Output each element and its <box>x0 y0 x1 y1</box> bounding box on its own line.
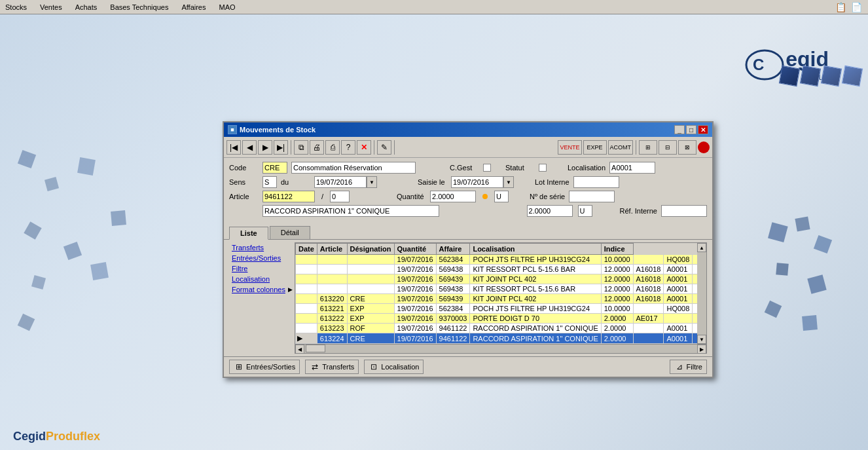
menu-achats[interactable]: Achats <box>73 2 100 12</box>
close2-button[interactable]: ✕ <box>357 140 371 155</box>
nav-next-button[interactable]: ▶ <box>258 140 272 155</box>
row-quantite-cell: 2.0000 <box>601 324 633 333</box>
menu-ventes[interactable]: Ventes <box>37 2 65 12</box>
no-serie-input[interactable] <box>569 191 615 202</box>
btn-a2[interactable]: ⊟ <box>659 140 677 155</box>
quantite-input[interactable] <box>430 191 476 202</box>
row-designation-cell: RACCORD ASPIRATION 1" CONIQUE <box>470 333 601 344</box>
nav-first-button[interactable]: |◀ <box>226 140 241 155</box>
svg-text:C: C <box>753 56 764 73</box>
menu-affaires[interactable]: Affaires <box>179 2 208 12</box>
left-panel-entrees-sorties[interactable]: Entrées/Sorties <box>229 253 295 263</box>
article-input[interactable] <box>262 191 315 202</box>
btn-a3[interactable]: ⊠ <box>678 140 696 155</box>
btn-a1[interactable]: ⊞ <box>639 140 657 155</box>
saisie-le-picker[interactable]: ▼ <box>503 176 514 188</box>
icon-copy[interactable]: 📋 <box>834 1 847 13</box>
row-quantite-cell: 2.0000 <box>601 314 633 324</box>
du-date-picker[interactable]: ▼ <box>367 176 377 188</box>
scroll-up-btn[interactable]: ▲ <box>697 243 706 252</box>
unit-input[interactable] <box>494 191 509 202</box>
left-panel-format[interactable]: Format colonnes ▶ <box>229 284 295 295</box>
table-row[interactable]: 613221EXP19/07/2016562384POCH JTS FILTRE… <box>296 304 698 314</box>
table-row[interactable]: 613222EXP19/07/20169370003PORTE DOIGT D … <box>296 314 698 324</box>
print-button[interactable]: 🖨 <box>310 140 324 155</box>
left-panel-transferts[interactable]: Transferts <box>229 242 295 253</box>
table-row[interactable]: 19/07/2016569438KIT RESSORT PCL 5-15.6 B… <box>296 265 698 274</box>
lot-interne-input[interactable] <box>573 176 619 188</box>
cube-decoration-2 <box>13 145 144 343</box>
svg-rect-5 <box>776 263 789 276</box>
unit2-input[interactable] <box>578 205 592 217</box>
tab-liste[interactable]: Liste <box>229 227 268 240</box>
bottom-filtre-btn[interactable]: ⊿ Filtre <box>670 360 707 374</box>
article-sub-input[interactable] <box>330 191 350 202</box>
scroll-track-v[interactable] <box>697 252 706 335</box>
table-row[interactable]: 19/07/2016569439KIT JOINT PCL 40212.0000… <box>296 274 698 284</box>
top-right-icons: 📋 📄 <box>834 1 863 13</box>
row-num-cell: 613221 <box>317 304 347 314</box>
du-date-input[interactable] <box>314 176 367 188</box>
horizontal-scrollbar[interactable]: ◀ ▶ <box>295 344 706 353</box>
edit-button[interactable]: ✎ <box>377 140 391 155</box>
nav-prev-button[interactable]: ◀ <box>242 140 257 155</box>
description-input[interactable] <box>291 162 416 174</box>
row-num-cell: 613223 <box>317 324 347 333</box>
separator-3 <box>394 140 395 155</box>
close-button[interactable]: ✕ <box>698 125 708 134</box>
tab-detail[interactable]: Détail <box>270 226 310 239</box>
btn-red[interactable] <box>698 141 710 153</box>
bottom-entrees-sorties-btn[interactable]: ⊞ Entrées/Sorties <box>229 360 300 374</box>
format-arrow-icon: ▶ <box>288 286 293 293</box>
row-date-cell: 19/07/2016 <box>394 255 436 265</box>
scroll-right-btn[interactable]: ▶ <box>697 345 706 354</box>
sens-input[interactable] <box>262 176 277 188</box>
row-quantite-cell: 12.0000 <box>601 274 633 284</box>
print2-button[interactable]: ⎙ <box>325 140 340 155</box>
localisation-input[interactable] <box>609 162 655 174</box>
vertical-scrollbar[interactable]: ▲ ▼ <box>697 243 706 344</box>
table-row[interactable]: 19/07/2016562384POCH JTS FILTRE HP UH319… <box>296 255 698 265</box>
statut-checkbox[interactable] <box>539 164 547 172</box>
table-row[interactable]: 613223ROF19/07/20169461122RACCORD ASPIRA… <box>296 324 698 333</box>
saisie-le-input[interactable] <box>451 176 503 188</box>
scroll-thumb-h[interactable] <box>306 345 325 352</box>
ref-interne-input[interactable] <box>661 205 707 217</box>
no-serie-label: Nº de série <box>530 193 565 200</box>
table-row[interactable]: 613220CRE19/07/2016569439KIT JOINT PCL 4… <box>296 294 698 304</box>
row-localisation-cell: A0001 <box>664 274 693 284</box>
bottom-transferts-btn[interactable]: ⇄ Transferts <box>305 360 359 374</box>
th-affaire: Affaire <box>436 244 470 255</box>
vente-button[interactable]: VENTE <box>558 140 581 155</box>
row-arrow-cell <box>296 274 317 284</box>
menu-bases-techniques[interactable]: Bases Techniques <box>107 2 171 12</box>
table-row[interactable]: ▶613224CRE19/07/20169461122RACCORD ASPIR… <box>296 333 698 344</box>
menu-mao[interactable]: MAO <box>216 2 238 12</box>
copy-button[interactable]: ⧉ <box>294 140 308 155</box>
nav-last-button[interactable]: ▶| <box>274 140 288 155</box>
table-row[interactable]: 19/07/2016569438KIT RESSORT PCL 5-15.6 B… <box>296 284 698 294</box>
minimize-button[interactable]: _ <box>674 125 685 134</box>
menu-stocks[interactable]: Stocks <box>3 2 29 12</box>
help-button[interactable]: ? <box>341 140 355 155</box>
scroll-down-btn[interactable]: ▼ <box>697 335 706 344</box>
article-qty2-input[interactable] <box>527 205 573 217</box>
form-row-3: Article / Quantité Nº de série <box>229 191 707 202</box>
expe-button[interactable]: EXPE <box>583 140 607 155</box>
scroll-track-h[interactable] <box>304 345 697 353</box>
title-bar-buttons: _ □ ✕ <box>674 125 708 134</box>
bottom-localisation-btn[interactable]: ⊡ Localisation <box>364 360 424 374</box>
row-type-cell <box>347 284 394 294</box>
left-panel-localisation[interactable]: Localisation <box>229 274 295 284</box>
th-indice: Indice <box>601 244 633 255</box>
icon-paste[interactable]: 📄 <box>850 1 863 13</box>
scroll-left-btn[interactable]: ◀ <box>295 345 304 354</box>
code-input[interactable] <box>262 162 287 174</box>
left-panel-filtre[interactable]: Filtre <box>229 263 295 274</box>
acomt-button[interactable]: ACOMT <box>608 140 634 155</box>
row-affaire-cell: AE017 <box>633 314 664 324</box>
maximize-button[interactable]: □ <box>686 125 696 134</box>
row-arrow-cell <box>296 324 317 333</box>
article-desc-input[interactable] <box>262 205 439 217</box>
cgest-checkbox[interactable] <box>483 164 491 172</box>
